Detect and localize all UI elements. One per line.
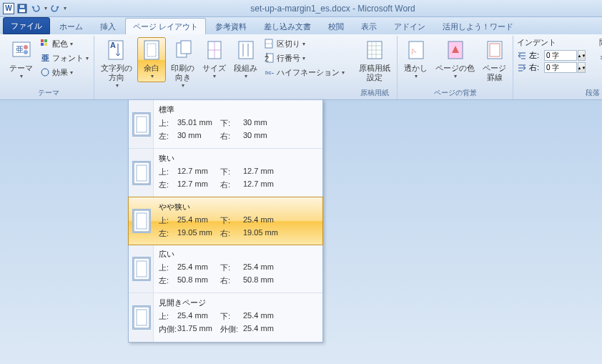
- page-color-label: ページの色: [435, 64, 475, 73]
- tab-page-layout[interactable]: ページ レイアウト: [125, 18, 206, 34]
- indent-left-input[interactable]: [544, 50, 577, 61]
- tab-mailings[interactable]: 差し込み文書: [256, 18, 319, 34]
- orientation-label: 印刷の 向き: [171, 64, 194, 82]
- quick-access-toolbar: W ▾ ▾: [3, 3, 66, 14]
- margin-option-3[interactable]: 広い 上:25.4 mm下:25.4 mm 左:50.8 mm右:50.8 mm: [129, 245, 322, 293]
- svg-rect-7: [41, 39, 44, 42]
- genkou-label: 原稿用紙 設定: [359, 64, 390, 82]
- svg-rect-10: [44, 43, 47, 46]
- svg-text:2: 2: [265, 54, 269, 63]
- effects-icon: [39, 67, 51, 78]
- fonts-icon: 亜: [39, 52, 51, 64]
- undo-dropdown-icon[interactable]: ▾: [44, 5, 47, 11]
- hyphenation-button[interactable]: bc-ハイフネーション▾: [262, 66, 346, 79]
- indent-right-label: 右:: [529, 62, 543, 73]
- margin-option-0[interactable]: 標準 上:35.01 mm下:30 mm 左:30 mm右:30 mm: [129, 100, 322, 149]
- margin-option-values: 上:25.4 mm下:25.4 mm 内側:31.75 mm外側:25.4 mm: [159, 311, 317, 335]
- chevron-down-icon: ▾: [20, 73, 23, 80]
- breaks-label: 区切り: [277, 39, 300, 49]
- ribbon-tabs: ファイル ホーム 挿入 ページ レイアウト 参考資料 差し込み文書 校閲 表示 …: [0, 17, 602, 34]
- svg-text:A: A: [110, 41, 116, 49]
- window-title: set-up-a-margin1_es.docx - Microsoft Wor…: [66, 4, 599, 14]
- tab-view[interactable]: 表示: [353, 18, 385, 34]
- columns-button[interactable]: 段組み▾: [231, 37, 260, 82]
- page-borders-button[interactable]: ページ 罫線: [480, 37, 509, 84]
- margin-option-4[interactable]: 見開きページ 上:25.4 mm下:25.4 mm 内側:31.75 mm外側:…: [129, 293, 322, 342]
- columns-label: 段組み: [234, 64, 257, 73]
- svg-rect-1: [19, 9, 25, 12]
- page-color-button[interactable]: ページの色▾: [433, 37, 478, 82]
- margins-icon: [140, 39, 163, 62]
- spinner[interactable]: ▲▼: [578, 62, 586, 73]
- tab-file[interactable]: ファイル: [3, 17, 50, 34]
- watermark-button[interactable]: A透かし▾: [401, 37, 430, 82]
- text-direction-label: 文字列の 方向: [101, 64, 132, 82]
- page-borders-label: ページ 罫線: [483, 64, 506, 82]
- hyphenation-icon: bc-: [264, 67, 275, 78]
- line-numbers-button[interactable]: 12行番号▾: [262, 51, 346, 64]
- size-button[interactable]: サイズ▾: [199, 37, 229, 82]
- orientation-icon: [172, 39, 194, 62]
- margin-option-2[interactable]: やや狭い 上:25.4 mm下:25.4 mm 左:19.05 mm右:19.0…: [128, 197, 323, 245]
- spinner[interactable]: ▲▼: [578, 50, 586, 61]
- margin-option-values: 上:25.4 mm下:25.4 mm 左:50.8 mm右:50.8 mm: [159, 262, 317, 286]
- undo-icon[interactable]: [30, 3, 41, 14]
- line-numbers-label: 行番号: [277, 53, 300, 64]
- tab-extra[interactable]: 活用しよう！ワード: [435, 18, 521, 34]
- svg-rect-9: [41, 43, 44, 46]
- size-label: サイズ: [202, 64, 226, 73]
- save-icon[interactable]: [16, 3, 28, 14]
- group-background-label: ページの背景: [401, 87, 509, 99]
- group-page-setup: A文字列の 方向▾ 余白▾ 印刷の 向き▾ サイズ▾ 段組み▾ 区切り▾ 12行…: [94, 36, 350, 99]
- svg-rect-17: [181, 41, 191, 54]
- spacing-before-icon: [599, 51, 602, 61]
- page-borders-icon: [483, 39, 506, 62]
- spacing-heading: 間隔: [599, 37, 602, 48]
- genkou-icon: [363, 39, 386, 62]
- colors-icon: [39, 38, 51, 49]
- group-background: A透かし▾ ページの色▾ ページ 罫線 ページの背景: [398, 36, 513, 99]
- theme-effects-button[interactable]: 効果▾: [38, 66, 90, 79]
- themes-label: テーマ: [9, 64, 33, 73]
- orientation-button[interactable]: 印刷の 向き▾: [168, 37, 197, 92]
- margin-thumb-icon: [132, 257, 151, 281]
- theme-colors-button[interactable]: 配色▾: [38, 37, 90, 50]
- group-themes-label: テーマ: [6, 87, 90, 99]
- redo-icon[interactable]: [49, 3, 61, 14]
- indent-right-input[interactable]: [544, 62, 577, 73]
- svg-point-6: [24, 50, 28, 54]
- title-bar: W ▾ ▾ set-up-a-margin1_es.docx - Microso…: [0, 0, 602, 17]
- margin-option-values: 上:35.01 mm下:30 mm 左:30 mm右:30 mm: [159, 118, 317, 142]
- page-color-icon: [444, 39, 467, 62]
- tab-references[interactable]: 参考資料: [207, 18, 255, 34]
- svg-rect-19: [239, 41, 253, 59]
- breaks-button[interactable]: 区切り▾: [262, 37, 346, 50]
- margin-option-title: やや狭い: [159, 202, 317, 212]
- group-paragraph: インデント 左: ▲▼ 右: ▲▼ 間隔 前:: [513, 36, 602, 99]
- margin-thumb-icon: [132, 112, 151, 137]
- watermark-label: 透かし: [404, 64, 428, 73]
- margins-button[interactable]: 余白▾: [137, 37, 166, 82]
- indent-left-label: 左:: [529, 50, 543, 61]
- tab-addin[interactable]: アドイン: [386, 18, 433, 34]
- indent-left-icon: [517, 51, 528, 61]
- svg-rect-8: [44, 39, 47, 42]
- theme-fonts-button[interactable]: 亜フォント▾: [38, 51, 90, 64]
- margin-option-title: 広い: [159, 249, 317, 260]
- margin-option-values: 上:25.4 mm下:25.4 mm 左:19.05 mm右:19.05 mm: [159, 215, 317, 239]
- margin-option-title: 狭い: [159, 153, 317, 164]
- colors-label: 配色: [52, 39, 68, 49]
- margin-option-1[interactable]: 狭い 上:12.7 mm下:12.7 mm 左:12.7 mm右:12.7 mm: [129, 149, 322, 197]
- themes-button[interactable]: 亜 テーマ ▾: [6, 37, 36, 82]
- tab-home[interactable]: ホーム: [51, 18, 91, 34]
- breaks-icon: [264, 38, 275, 49]
- themes-icon: 亜: [10, 39, 33, 62]
- genkou-button[interactable]: 原稿用紙 設定: [356, 37, 393, 84]
- tab-insert[interactable]: 挿入: [92, 18, 124, 34]
- svg-point-11: [41, 69, 49, 76]
- hyphenation-label: ハイフネーション: [277, 67, 340, 78]
- app-icon[interactable]: W: [3, 3, 14, 14]
- tab-review[interactable]: 校閲: [320, 18, 352, 34]
- text-direction-button[interactable]: A文字列の 方向▾: [98, 37, 135, 92]
- margin-thumb-icon: [132, 305, 151, 330]
